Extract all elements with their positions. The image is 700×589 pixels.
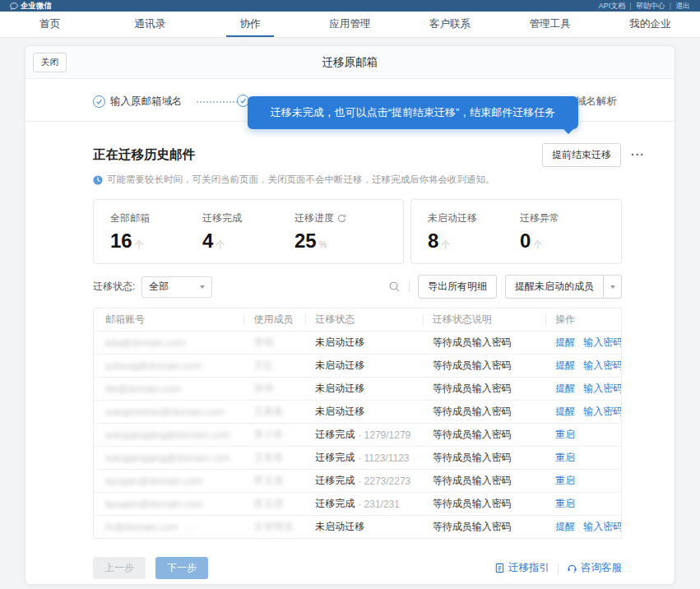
early-finish-tooltip: 迁移未完成，也可以点击“提前结束迁移”，结束邮件迁移任务 [248,96,578,129]
member-name: 主管理员 [253,520,293,534]
table-row: kda@domain.com李明未启动迁移等待成员输入密码提醒输入密码 [94,331,621,354]
migration-status-select[interactable]: 全部 [141,276,212,298]
email-text: lile@domain.com [105,383,181,395]
close-button[interactable]: 关闭 [33,53,67,72]
nav-tab-home[interactable]: 首页 [0,12,100,37]
status-desc-cell: 等待成员输入密码 [423,474,546,488]
nav-tab-contacts[interactable]: 通讯录 [100,12,201,37]
table-action-link[interactable]: 输入密码 [583,336,621,350]
stat-progress: 迁移进度 25% [294,211,387,250]
section-heading: 正在迁移历史邮件 [93,146,195,164]
email-cell: wangqingqing@domain.com [94,429,243,441]
member-cell: 李明 [243,336,305,350]
status-cell: 未启动迁移 [305,359,423,373]
topbar-link-help-center[interactable]: 帮助中心 [636,1,675,12]
search-icon[interactable] [388,281,401,293]
next-step-button[interactable]: 下一步 [155,557,208,579]
status-desc-cell: 等待成员输入密码 [423,405,546,419]
status-cell: 迁移完成· 1123/1123 [305,451,423,465]
step-check-icon [93,95,105,108]
contact-support-label: 咨询客服 [581,561,622,575]
refresh-icon[interactable] [337,214,346,223]
remind-dropdown-caret[interactable] [604,275,622,299]
email-cell: wangmeimei@domain.com [94,406,243,418]
stat-abnormal: 迁移异常 0个 [520,211,612,250]
topbar-links: API文档 帮助中心 退出 [599,1,690,12]
nav-tab-management-tools[interactable]: 管理工具 [500,12,600,37]
stat-value: 25% [294,230,387,253]
table-action-link[interactable]: 提醒 [555,382,575,396]
table-action-link[interactable]: 重启 [555,428,575,442]
status-text: 未启动迁移 [315,336,364,350]
stat-value: 4个 [202,230,294,253]
table-action-link[interactable]: 输入密码 [583,382,621,396]
column-header: 使用成员 [243,308,305,331]
stat-value: 8个 [428,230,520,253]
table-action-link[interactable]: 提醒 [555,520,575,534]
table-action-link[interactable]: 输入密码 [583,520,621,534]
nav-tab-customer-contact[interactable]: 客户联系 [400,12,500,37]
end-migration-early-button[interactable]: 提前结束迁移 [542,143,621,167]
email-cell: lile@domain.com [94,383,243,395]
status-desc-cell: 等待成员输入密码 [423,359,546,373]
nav-tab-app-management[interactable]: 应用管理 [300,12,401,37]
table-row: hr@domain.com····主管理员未启动迁移等待成员输入密码提醒输入密码 [94,515,621,538]
remind-members-button[interactable]: 提醒未启动的成员 [505,275,604,299]
status-count: · 231/231 [358,499,400,510]
migration-table-body: kda@domain.com李明未启动迁移等待成员输入密码提醒输入密码yuhon… [94,331,621,538]
table-action-link[interactable]: 重启 [555,474,575,488]
topbar-link-logout[interactable]: 退出 [675,1,690,12]
stat-label: 全部邮箱 [110,211,202,225]
table-action-link[interactable]: 输入密码 [583,405,621,419]
email-text: liyuqian@domain.com [105,499,202,510]
export-details-button[interactable]: 导出所有明细 [418,275,497,299]
step-label: 输入原邮箱域名 [110,95,183,109]
table-action-link[interactable]: 重启 [555,497,575,511]
member-name: 张伟 [253,382,273,396]
email-cell: hr@domain.com···· [94,522,243,533]
divider [558,563,559,574]
column-header: 迁移状态说明 [423,308,546,331]
stat-not-started: 未启动迁移 8个 [428,211,520,250]
status-cell: 迁移完成· 1279/1279 [305,428,423,442]
email-cell: yuhong@domain.com [94,360,243,372]
email-text: kda@domain.com [105,337,185,349]
status-text: 迁移完成 [315,474,355,488]
email-cell: liyuqian@domain.com [94,475,243,487]
status-text: 未启动迁移 [315,382,364,396]
column-header: 邮箱账号 [94,308,243,331]
status-desc-cell: 等待成员输入密码 [423,497,546,511]
member-name: 李小青 [253,428,283,442]
app-logo: 企业微信 [10,1,52,12]
status-text: 未启动迁移 [315,359,364,373]
email-tag: ···· [184,522,197,532]
more-actions-button[interactable]: ··· [631,148,645,161]
topbar-link-api-docs[interactable]: API文档 [599,1,636,12]
nav-tab-collaboration[interactable]: 协作 [200,12,300,37]
filter-row: 迁移状态: 全部 导出所有明细 提醒未启动的成员 [93,276,622,298]
table-action-link[interactable]: 提醒 [555,336,575,350]
member-cell: 李小青 [243,428,305,442]
table-row: lile@domain.com张伟未启动迁移等待成员输入密码提醒输入密码 [94,377,621,400]
table-action-link[interactable]: 输入密码 [583,359,621,373]
stat-suffix: 个 [135,239,144,249]
table-row: liyuqian@domain.com李玉倩迁移完成· 2273/2273等待成… [94,469,621,492]
stat-suffix: 个 [216,239,225,249]
column-header: 迁移状态 [305,308,423,331]
contact-support-link[interactable]: 咨询客服 [567,561,622,575]
member-cell: 王青青 [243,451,305,465]
stat-suffix: 个 [533,239,542,249]
member-cell: 李玉倩 [243,497,305,511]
actions-cell: 重启 [545,428,621,442]
table-action-link[interactable]: 提醒 [555,405,575,419]
page-title: 迁移原邮箱 [322,55,378,70]
status-text: 迁移完成 [315,428,355,442]
migration-guide-link[interactable]: 迁移指引 [494,561,549,575]
status-text: 未启动迁移 [315,520,364,534]
previous-step-button[interactable]: 上一步 [93,557,146,579]
status-count: · 1123/1123 [358,452,409,464]
nav-tab-my-company[interactable]: 我的企业 [600,12,700,37]
table-action-link[interactable]: 重启 [555,451,575,465]
table-action-link[interactable]: 提醒 [555,359,575,373]
clock-icon [93,175,103,185]
